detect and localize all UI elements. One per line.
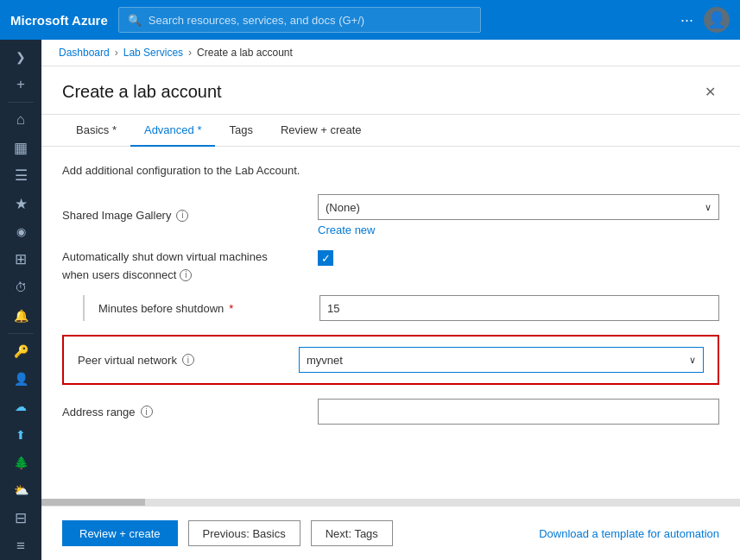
minutes-shutdown-row: Minutes before shutdown *	[98, 295, 719, 321]
horizontal-scrollbar[interactable]	[41, 499, 740, 506]
panel-title: Create a lab account	[62, 82, 222, 102]
form-description: Add additional configuration to the Lab …	[62, 164, 719, 177]
tab-review-create[interactable]: Review + create	[267, 115, 376, 147]
address-range-info-icon[interactable]: i	[141, 406, 153, 418]
avatar[interactable]: 👤	[704, 7, 730, 33]
required-star: *	[229, 302, 233, 315]
sidebar-item-clock[interactable]: ⏱	[3, 274, 38, 300]
tab-tags[interactable]: Tags	[215, 115, 266, 147]
avatar-icon: 👤	[707, 10, 726, 29]
sidebar-item-cloud2[interactable]: ⛅	[3, 477, 38, 503]
top-bar: Microsoft Azure 🔍 Search resources, serv…	[0, 0, 740, 40]
sidebar-divider-2	[8, 333, 34, 334]
minutes-shutdown-input[interactable]	[319, 295, 719, 321]
scroll-thumb[interactable]	[41, 499, 145, 506]
breadcrumb-lab-services[interactable]: Lab Services	[123, 47, 183, 59]
peer-vnet-section: Peer virtual network i myvnet ∨	[62, 335, 719, 385]
auto-shutdown-row: Automatically shut down virtual machines…	[62, 250, 719, 281]
tab-advanced[interactable]: Advanced *	[130, 115, 216, 147]
form-content: Add additional configuration to the Lab …	[41, 147, 740, 499]
panel: Create a lab account ✕ Basics * Advanced…	[41, 66, 740, 560]
indent-border	[83, 295, 85, 321]
breadcrumb-sep-2: ›	[188, 47, 192, 59]
top-bar-right: ··· 👤	[680, 7, 730, 33]
brand-label: Microsoft Azure	[10, 13, 108, 28]
address-range-label: Address range i	[62, 406, 304, 418]
minutes-shutdown-control	[319, 295, 719, 321]
search-icon: 🔍	[128, 14, 142, 27]
sidebar-item-cloud[interactable]: ☁	[3, 393, 38, 419]
content-area: Dashboard › Lab Services › Create a lab …	[41, 40, 740, 560]
shared-image-gallery-info-icon[interactable]: i	[176, 210, 188, 222]
auto-shutdown-label: Automatically shut down virtual machines…	[62, 250, 304, 281]
peer-vnet-chevron-icon: ∨	[689, 355, 696, 366]
main-layout: ❯ + ⌂ ▦ ☰ ★ ◉ ⊞ ⏱ 🔔 🔑 👤 ☁ ⬆ 🌲 ⛅ ⊟ ≡ Dash…	[0, 40, 740, 560]
panel-header: Create a lab account ✕	[41, 66, 740, 115]
create-new-link[interactable]: Create new	[318, 223, 719, 236]
sidebar-item-person[interactable]: 👤	[3, 366, 38, 392]
download-template-link[interactable]: Download a template for automation	[539, 527, 719, 540]
breadcrumb-sep-1: ›	[115, 47, 118, 59]
sidebar-item-tree[interactable]: 🌲	[3, 450, 38, 475]
shared-image-gallery-label: Shared Image Gallery i	[62, 209, 304, 222]
auto-shutdown-checkbox[interactable]: ✓	[318, 250, 333, 266]
minutes-shutdown-container: Minutes before shutdown *	[62, 295, 719, 321]
more-options-icon[interactable]: ···	[680, 11, 693, 29]
sidebar-toggle[interactable]: ❯	[0, 43, 41, 71]
sidebar-item-grid[interactable]: ⊞	[3, 247, 38, 273]
peer-vnet-info-icon[interactable]: i	[182, 354, 194, 366]
sidebar-item-upload[interactable]: ⬆	[3, 421, 38, 447]
sidebar-item-table[interactable]: ⊟	[3, 505, 38, 531]
previous-button[interactable]: Previous: Basics	[188, 520, 300, 546]
sidebar-item-bell[interactable]: 🔔	[3, 302, 38, 328]
sidebar-item-plus[interactable]: +	[3, 72, 38, 98]
auto-shutdown-check-mark[interactable]: ✓	[318, 250, 333, 266]
peer-vnet-control: myvnet ∨	[299, 347, 704, 373]
shared-image-gallery-chevron-icon: ∨	[705, 202, 712, 213]
shared-image-gallery-row: Shared Image Gallery i (None) ∨ Create n…	[62, 194, 719, 236]
shared-image-gallery-control: (None) ∨ Create new	[318, 194, 719, 236]
sidebar-item-dashboard[interactable]: ▦	[3, 135, 38, 160]
sidebar-divider-1	[8, 102, 34, 103]
sidebar-item-recent[interactable]: ◉	[3, 218, 38, 244]
close-button[interactable]: ✕	[701, 80, 719, 104]
sidebar-item-favorites[interactable]: ★	[3, 191, 38, 217]
auto-shutdown-info-icon[interactable]: i	[180, 269, 192, 281]
address-range-input[interactable]	[318, 399, 719, 425]
next-button[interactable]: Next: Tags	[311, 520, 393, 546]
address-range-row: Address range i	[62, 399, 719, 425]
sidebar-item-menu[interactable]: ≡	[3, 533, 38, 559]
tab-basics[interactable]: Basics *	[62, 115, 130, 147]
address-range-control	[318, 399, 719, 425]
minutes-shutdown-label: Minutes before shutdown *	[98, 302, 306, 315]
breadcrumb-dashboard[interactable]: Dashboard	[59, 47, 110, 59]
peer-vnet-label: Peer virtual network i	[78, 354, 285, 367]
review-create-button[interactable]: Review + create	[62, 520, 178, 546]
breadcrumb-current: Create a lab account	[197, 47, 293, 59]
breadcrumb: Dashboard › Lab Services › Create a lab …	[41, 40, 740, 66]
search-placeholder: Search resources, services, and docs (G+…	[149, 14, 364, 27]
search-bar[interactable]: 🔍 Search resources, services, and docs (…	[118, 7, 481, 33]
sidebar: ❯ + ⌂ ▦ ☰ ★ ◉ ⊞ ⏱ 🔔 🔑 👤 ☁ ⬆ 🌲 ⛅ ⊟ ≡	[0, 40, 41, 560]
peer-vnet-select[interactable]: myvnet ∨	[299, 347, 704, 373]
sidebar-item-home[interactable]: ⌂	[3, 107, 38, 133]
sidebar-item-key[interactable]: 🔑	[3, 338, 38, 364]
sidebar-item-list[interactable]: ☰	[3, 163, 38, 189]
panel-footer: Review + create Previous: Basics Next: T…	[41, 506, 740, 560]
tabs-bar: Basics * Advanced * Tags Review + create	[41, 115, 740, 147]
shared-image-gallery-select[interactable]: (None) ∨	[318, 194, 719, 220]
